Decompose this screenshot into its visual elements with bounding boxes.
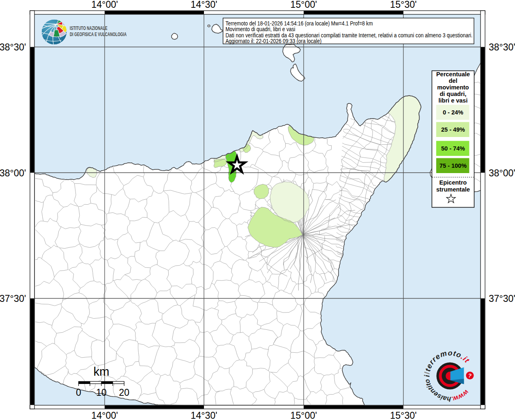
svg-text:15°00': 15°00' [291, 0, 317, 10]
svg-text:ISTITUTO NAZIONALE: ISTITUTO NAZIONALE [70, 25, 108, 31]
svg-text:37°30': 37°30' [489, 293, 515, 304]
svg-text:del: del [449, 78, 458, 84]
svg-text:Epicentro: Epicentro [439, 179, 467, 186]
svg-text:Percentuale: Percentuale [436, 71, 470, 78]
svg-text:Dati non verificati estratti d: Dati non verificati estratti da 43 quest… [226, 32, 473, 39]
svg-text:38°30': 38°30' [489, 42, 515, 52]
svg-text:37°30': 37°30' [0, 293, 26, 304]
svg-text:50 - 74%: 50 - 74% [441, 145, 465, 152]
svg-text:Movimento di quadri, libri e v: Movimento di quadri, libri e vasi [226, 26, 295, 32]
svg-text:di quadri,: di quadri, [439, 91, 466, 97]
svg-text:movimento: movimento [437, 84, 469, 91]
svg-text:Aggiornato il: 22-01-2026 09:3: Aggiornato il: 22-01-2026 09:33 (ora loc… [226, 38, 322, 44]
svg-text:Terremoto del 18-01-2026 14:54: Terremoto del 18-01-2026 14:54:16 (ora l… [226, 20, 373, 27]
svg-text:15°30': 15°30' [390, 0, 417, 10]
svg-text:10: 10 [96, 387, 107, 398]
svg-text:14°00': 14°00' [92, 410, 118, 420]
svg-text:14°30': 14°30' [191, 0, 217, 10]
svg-text:libri e vasi: libri e vasi [439, 97, 468, 104]
svg-text:25 - 49%: 25 - 49% [441, 126, 465, 133]
svg-text:38°00': 38°00' [0, 168, 26, 178]
svg-text:38°30': 38°30' [0, 42, 26, 52]
svg-text:14°00': 14°00' [92, 0, 118, 10]
svg-text:14°30': 14°30' [191, 410, 217, 420]
svg-text:0 - 24%: 0 - 24% [443, 109, 463, 116]
svg-text:km: km [94, 365, 110, 378]
svg-text:DI GEOFISICA E VULCANOLOGIA: DI GEOFISICA E VULCANOLOGIA [70, 31, 127, 37]
svg-text:15°00': 15°00' [291, 410, 317, 420]
svg-text:15°30': 15°30' [390, 410, 417, 420]
svg-text:0: 0 [76, 387, 81, 398]
svg-text:20: 20 [119, 387, 130, 398]
svg-text:75 - 100%: 75 - 100% [439, 162, 467, 169]
svg-text:38°00': 38°00' [489, 168, 515, 178]
svg-text:strumentale: strumentale [436, 186, 470, 193]
